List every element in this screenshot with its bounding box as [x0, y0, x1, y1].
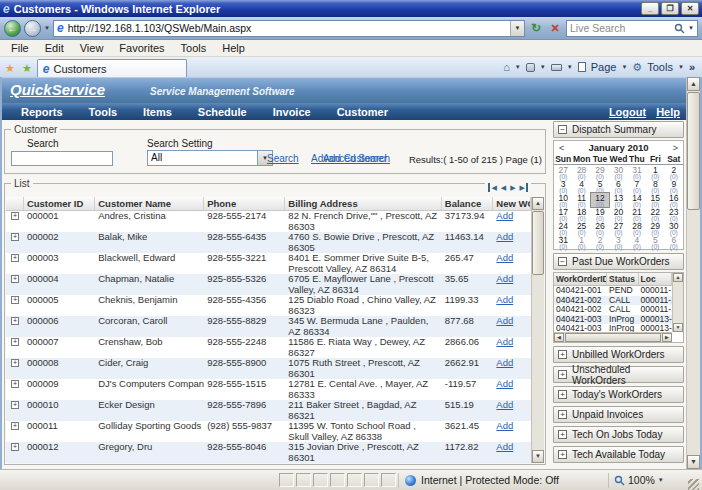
- menu-tools[interactable]: Tools: [173, 42, 215, 54]
- nav-customer[interactable]: Customer: [324, 106, 401, 118]
- scroll-thumb[interactable]: [532, 211, 544, 275]
- column-header-phone[interactable]: Phone: [204, 197, 285, 210]
- dispatch-summary-header[interactable]: − Dispatch Summary: [553, 121, 684, 138]
- workorder-row[interactable]: 040421-002CALL000011-1: [554, 296, 672, 306]
- calendar-day[interactable]: 1(0): [646, 165, 664, 179]
- calendar-day[interactable]: 30(0): [609, 165, 627, 179]
- expand-row-icon[interactable]: +: [11, 338, 19, 346]
- calendar-day[interactable]: 17(0): [554, 207, 572, 221]
- calendar-day[interactable]: 28(0): [628, 221, 646, 235]
- refresh-button[interactable]: ↻: [528, 21, 544, 35]
- calendar-day[interactable]: 12(0): [591, 193, 609, 207]
- calendar-day[interactable]: 1(0): [572, 235, 590, 249]
- calendar-day[interactable]: 5(0): [646, 235, 664, 249]
- nav-tools[interactable]: Tools: [76, 106, 131, 118]
- page-scrollbar[interactable]: ▲ ▼: [686, 77, 700, 469]
- expand-icon[interactable]: +: [558, 430, 567, 439]
- maximize-button[interactable]: ❐: [661, 2, 679, 15]
- calendar-day[interactable]: 27(0): [609, 221, 627, 235]
- calendar-day[interactable]: 3(0): [609, 235, 627, 249]
- scroll-right-icon[interactable]: ▶: [662, 333, 672, 342]
- calendar-day[interactable]: 23(0): [665, 207, 683, 221]
- live-search-input[interactable]: [570, 22, 671, 34]
- pd-column-loc[interactable]: Loc: [639, 273, 672, 285]
- add-favorite-icon[interactable]: ★: [20, 60, 34, 77]
- tools-dropdown-icon[interactable]: ▼: [678, 63, 684, 71]
- calendar-day[interactable]: 21(0): [628, 207, 646, 221]
- column-header-billing-address[interactable]: Billing Address: [285, 197, 441, 210]
- calendar-day[interactable]: 10(0): [554, 193, 572, 207]
- panel-unpaid-invoices[interactable]: +Unpaid Invoices: [553, 406, 684, 423]
- calendar-day[interactable]: 25(0): [572, 221, 590, 235]
- grid-scrollbar[interactable]: ▲ ▼: [531, 197, 544, 463]
- expand-row-icon[interactable]: +: [11, 212, 19, 220]
- column-header-customer-id[interactable]: Customer ID: [24, 197, 95, 210]
- calendar-day[interactable]: 22(0): [646, 207, 664, 221]
- close-button[interactable]: ✕: [681, 2, 699, 15]
- address-field[interactable]: e http://192.168.1.103/QSWeb/Main.aspx ▼: [53, 20, 525, 37]
- home-dropdown-icon[interactable]: ▼: [515, 63, 521, 71]
- scroll-up-icon[interactable]: ▲: [687, 77, 700, 91]
- add-workorder-link[interactable]: Add: [496, 253, 513, 263]
- calendar-day[interactable]: 30(0): [665, 221, 683, 235]
- customer-search-input[interactable]: [11, 151, 113, 166]
- nav-schedule[interactable]: Schedule: [185, 106, 260, 118]
- calendar-day[interactable]: 7(0): [628, 179, 646, 193]
- calendar-day[interactable]: 9(0): [665, 179, 683, 193]
- calendar-day[interactable]: 3(0): [554, 179, 572, 193]
- past-due-hscrollbar[interactable]: ◀ ▶: [554, 332, 672, 342]
- calendar-day[interactable]: 27(0): [554, 165, 572, 179]
- scroll-thumb[interactable]: [565, 333, 661, 342]
- first-page-icon[interactable]: ◀: [488, 183, 496, 192]
- calendar-day[interactable]: 4(0): [572, 179, 590, 193]
- resize-grip[interactable]: [688, 479, 699, 490]
- pd-column-workorderid[interactable]: WorkOrderID: [554, 273, 607, 285]
- nav-reports[interactable]: Reports: [8, 106, 76, 118]
- panel-tech-available-today[interactable]: +Tech Available Today: [553, 446, 684, 463]
- calendar-day[interactable]: 26(0): [591, 221, 609, 235]
- pd-column-status[interactable]: Status: [607, 273, 638, 285]
- feeds-icon[interactable]: [526, 63, 535, 72]
- scroll-up-icon[interactable]: ▲: [673, 273, 683, 282]
- expand-row-icon[interactable]: +: [11, 233, 19, 241]
- tools-menu[interactable]: Tools: [647, 61, 673, 73]
- scroll-left-icon[interactable]: ◀: [554, 333, 564, 342]
- column-header-balance[interactable]: Balance: [442, 197, 494, 210]
- calendar-day[interactable]: 11(0): [572, 193, 590, 207]
- calendar-day[interactable]: 6(0): [665, 235, 683, 249]
- workorder-row[interactable]: 040421-003InProg000013-1: [554, 315, 672, 325]
- expand-row-icon[interactable]: +: [11, 296, 19, 304]
- panel-unscheduled-workorders[interactable]: +Unscheduled WorkOrders: [553, 366, 684, 383]
- gear-icon[interactable]: ⚙: [632, 60, 642, 74]
- past-due-vscrollbar[interactable]: ▲ ▼: [672, 273, 683, 332]
- calendar-day[interactable]: 24(0): [554, 221, 572, 235]
- column-header-customer-name[interactable]: Customer Name: [95, 197, 204, 210]
- scroll-thumb[interactable]: [687, 92, 700, 210]
- live-search-box[interactable]: ▼: [566, 20, 698, 37]
- expand-row-icon[interactable]: +: [11, 401, 19, 409]
- stop-button[interactable]: ✕: [547, 22, 563, 35]
- add-workorder-link[interactable]: Add: [496, 421, 513, 431]
- menu-favorites[interactable]: Favorites: [111, 42, 172, 54]
- menu-help[interactable]: Help: [214, 42, 253, 54]
- prev-month-icon[interactable]: <: [559, 143, 564, 153]
- panel-unbilled-workorders[interactable]: +Unbilled WorkOrders: [553, 346, 684, 363]
- expand-icon[interactable]: +: [558, 390, 567, 399]
- menu-file[interactable]: File: [3, 42, 37, 54]
- past-due-header[interactable]: − Past Due WorkOrders: [553, 253, 684, 270]
- expand-row-icon[interactable]: +: [11, 254, 19, 262]
- workorder-row[interactable]: 040421-001PEND000011-1: [554, 286, 672, 296]
- page-dropdown-icon[interactable]: ▼: [621, 63, 627, 71]
- next-page-icon[interactable]: ▶: [510, 183, 515, 192]
- add-workorder-link[interactable]: Add: [496, 316, 513, 326]
- minimize-button[interactable]: _: [641, 2, 659, 15]
- scroll-down-icon[interactable]: ▼: [532, 450, 544, 463]
- expand-icon[interactable]: +: [558, 370, 567, 379]
- address-dropdown-icon[interactable]: ▼: [510, 21, 524, 36]
- panel-today-s-workorders[interactable]: +Today's WorkOrders: [553, 386, 684, 403]
- column-header-new-wo[interactable]: New WO: [493, 197, 531, 210]
- add-workorder-link[interactable]: Add: [496, 358, 513, 368]
- search-setting-select[interactable]: All ▼: [147, 150, 273, 166]
- expand-icon[interactable]: +: [558, 450, 567, 459]
- forward-button[interactable]: →: [24, 20, 41, 37]
